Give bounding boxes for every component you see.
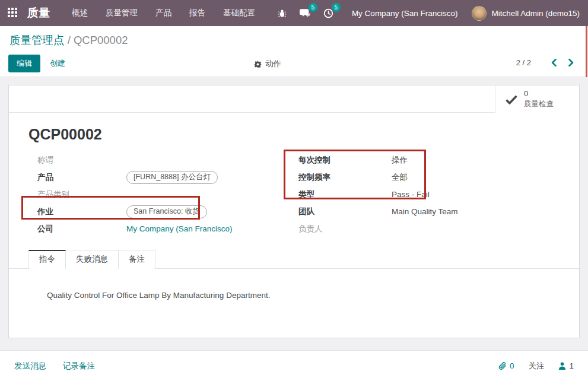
- menu-reporting[interactable]: 报告: [180, 0, 214, 26]
- annotation-edge-line: [586, 26, 587, 77]
- stat-button-row: 0 质量检查: [9, 85, 579, 113]
- instructions-text: Quality Control For Office Lamp By Manuf…: [9, 269, 579, 300]
- product-tag[interactable]: [FURN_8888] 办公台灯: [126, 171, 218, 184]
- field-responsible: 负责人: [298, 220, 551, 237]
- pager-count: 2 / 2: [516, 58, 531, 67]
- menu-overview[interactable]: 概述: [63, 0, 97, 26]
- attachment-count: 0: [510, 361, 514, 370]
- debug-bug-icon[interactable]: [271, 0, 293, 26]
- edit-button[interactable]: 编辑: [8, 55, 40, 72]
- top-navbar: 质量 概述 质量管理 产品 报告 基础配置 5 5 My Company (Sa…: [0, 0, 588, 26]
- field-operation: 作业 San Francisco: 收货: [37, 203, 294, 220]
- tab-bar: 指令 失败消息 备注: [9, 250, 579, 269]
- user-menu[interactable]: Mitchell Admin (demo15): [491, 9, 580, 18]
- team-value[interactable]: Main Quality Team: [392, 207, 458, 216]
- field-column-left: 称谓 产品 [FURN_8888] 办公台灯 产品类别 作业 San Franc…: [37, 151, 294, 237]
- user-avatar[interactable]: [472, 6, 487, 21]
- control-panel: 质量管理点 / QCP00002 编辑 创建 动作 2 / 2: [0, 26, 588, 77]
- field-control-frequency: 控制频率 全部: [298, 169, 551, 186]
- create-button[interactable]: 创建: [50, 58, 65, 69]
- field-control-per: 每次控制 操作: [298, 151, 551, 169]
- log-note-button[interactable]: 记录备注: [63, 361, 95, 372]
- field-product-category: 产品类别: [37, 186, 294, 203]
- quality-checks-stat-button[interactable]: 0 质量检查: [495, 85, 579, 113]
- gear-icon: [254, 61, 262, 68]
- pager-next-icon[interactable]: [562, 59, 580, 66]
- pager: 2 / 2: [516, 58, 580, 67]
- activities-badge: 5: [332, 3, 341, 12]
- tab-failure-message[interactable]: 失败消息: [66, 250, 119, 269]
- follow-button[interactable]: 关注: [528, 361, 544, 372]
- action-menu-button[interactable]: 动作: [254, 59, 281, 69]
- chatter-bar: 发送消息 记录备注 0 关注 1: [0, 350, 588, 381]
- field-team: 团队 Main Quality Team: [298, 203, 551, 220]
- field-title: 称谓: [37, 151, 294, 169]
- breadcrumb-current: QCP00002: [74, 34, 128, 46]
- field-product: 产品 [FURN_8888] 办公台灯: [37, 169, 294, 186]
- menu-quality-control[interactable]: 质量管理: [97, 0, 147, 26]
- chatter-tools: 0 关注 1: [498, 361, 574, 372]
- breadcrumb-separator: /: [68, 34, 74, 46]
- menu-products[interactable]: 产品: [147, 0, 180, 26]
- control-panel-buttons: 编辑 创建: [8, 55, 65, 72]
- activities-clock-icon[interactable]: 5: [317, 0, 340, 26]
- record-title: QCP00002: [28, 126, 579, 143]
- tab-instructions[interactable]: 指令: [28, 250, 66, 269]
- operation-tag[interactable]: San Francisco: 收货: [126, 205, 207, 218]
- action-menu-label: 动作: [265, 59, 281, 69]
- messages-icon[interactable]: 5: [293, 0, 317, 26]
- send-message-button[interactable]: 发送消息: [14, 361, 46, 372]
- paperclip-icon: [498, 362, 507, 370]
- stat-value: 0: [524, 89, 554, 99]
- pager-previous-icon[interactable]: [545, 59, 562, 66]
- breadcrumb: 质量管理点 / QCP00002: [9, 33, 128, 47]
- messages-badge: 5: [309, 3, 317, 12]
- attachments-button[interactable]: 0: [498, 361, 514, 370]
- person-icon: [558, 362, 566, 370]
- page: 质量 概述 质量管理 产品 报告 基础配置 5 5 My Company (Sa…: [0, 0, 588, 381]
- check-icon: [505, 94, 518, 104]
- notebook: 指令 失败消息 备注 Quality Control For Office La…: [9, 250, 579, 300]
- breadcrumb-parent[interactable]: 质量管理点: [9, 34, 65, 46]
- follower-count: 1: [569, 361, 574, 370]
- field-group: 称谓 产品 [FURN_8888] 办公台灯 产品类别 作业 San Franc…: [37, 151, 579, 237]
- tab-notes[interactable]: 备注: [119, 250, 155, 269]
- form-sheet: 0 质量检查 QCP00002 称谓 产品 [FURN_8888] 办公台灯 产…: [8, 85, 580, 338]
- field-column-right: 每次控制 操作 控制频率 全部 类型 Pass - Fail 团队 Main Q…: [294, 151, 551, 237]
- company-switcher[interactable]: My Company (San Francisco): [352, 9, 458, 18]
- chatter-buttons: 发送消息 记录备注: [14, 361, 95, 372]
- app-name[interactable]: 质量: [27, 5, 50, 21]
- stat-label: 质量检查: [524, 99, 554, 109]
- followers-button[interactable]: 1: [558, 361, 574, 370]
- field-type: 类型 Pass - Fail: [298, 186, 551, 203]
- apps-grid-icon[interactable]: [8, 8, 18, 18]
- menu-configuration[interactable]: 基础配置: [214, 0, 264, 26]
- field-company: 公司 My Company (San Francisco): [37, 220, 294, 237]
- company-link[interactable]: My Company (San Francisco): [126, 224, 233, 233]
- topbar-right: 5 5 My Company (San Francisco) Mitchell …: [271, 0, 588, 26]
